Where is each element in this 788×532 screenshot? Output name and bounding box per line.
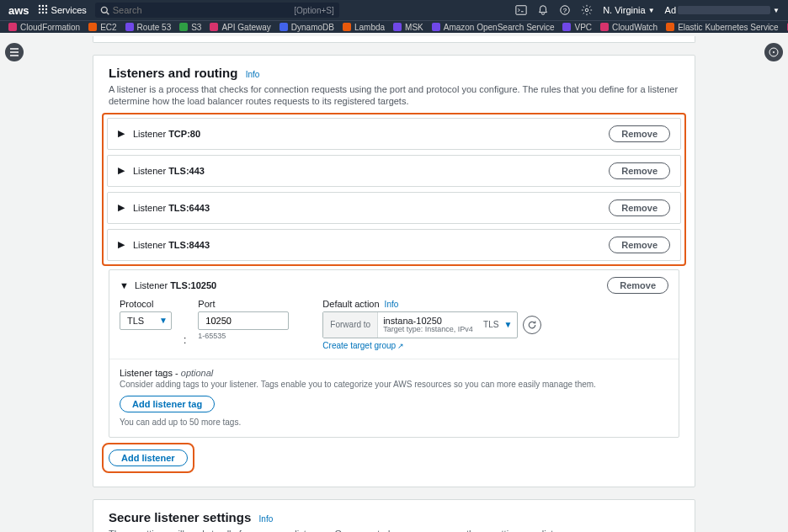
secure-desc: These settings will apply to all of your…: [109, 528, 679, 532]
top-nav: aws Services [Option+S] ? N. Virginia ▼ …: [0, 0, 788, 20]
notifications-icon[interactable]: [537, 4, 549, 16]
svg-point-1: [41, 5, 43, 7]
remove-button[interactable]: Remove: [607, 277, 668, 294]
chevron-down-icon: ▼: [159, 316, 168, 325]
listeners-desc: A listener is a process that checks for …: [109, 83, 679, 108]
caret-down-icon[interactable]: ▼: [120, 280, 130, 290]
default-action-info[interactable]: Info: [385, 300, 399, 309]
listener-expanded: ▼ ListenerTLS:10250 Remove Protocol TLS▼…: [109, 269, 679, 438]
bookmark-item[interactable]: API Gateway: [210, 23, 270, 32]
search-icon: [100, 6, 109, 15]
search-input[interactable]: [113, 5, 294, 15]
remove-button[interactable]: Remove: [609, 237, 670, 253]
listener-label: ListenerTLS:10250: [135, 280, 216, 290]
bookmarks-bar: CloudFormation EC2 Route 53 S3 API Gatew…: [0, 20, 788, 33]
user-menu[interactable]: Ad ▼: [665, 5, 780, 15]
listeners-info-link[interactable]: Info: [246, 70, 260, 79]
listener-row: ▶ ListenerTLS:443 Remove: [107, 155, 681, 187]
bookmark-item[interactable]: EC2: [88, 23, 116, 32]
caret-icon[interactable]: ▶: [118, 128, 128, 139]
help-icon[interactable]: ?: [559, 4, 571, 16]
svg-point-2: [45, 5, 46, 7]
bookmark-item[interactable]: VPC: [562, 23, 592, 32]
listener-row: ▶ ListenerTCP:80 Remove: [107, 118, 681, 150]
tags-note: You can add up to 50 more tags.: [120, 418, 668, 427]
region-selector[interactable]: N. Virginia ▼: [603, 5, 654, 15]
svg-point-0: [38, 5, 40, 7]
bookmark-item[interactable]: Route 53: [125, 23, 172, 32]
listeners-title: Listeners and routing: [109, 66, 237, 80]
bookmark-item[interactable]: DynamoDB: [280, 23, 334, 32]
svg-point-6: [38, 12, 40, 13]
tags-desc: Consider adding tags to your listener. T…: [120, 380, 668, 389]
protocol-select[interactable]: TLS▼: [120, 311, 172, 330]
svg-point-8: [45, 12, 46, 13]
svg-point-14: [585, 8, 588, 12]
forward-to-label: Forward to: [323, 312, 378, 338]
port-input[interactable]: [198, 311, 289, 330]
bookmark-item[interactable]: Lambda: [343, 23, 385, 32]
listener-label: ListenerTLS:443: [133, 166, 205, 176]
bookmark-item[interactable]: MSK: [393, 23, 423, 32]
services-link[interactable]: Services: [51, 5, 87, 15]
forward-target-select[interactable]: Forward to instana-10250 Target type: In…: [322, 311, 518, 338]
svg-point-3: [38, 8, 40, 10]
secure-title: Secure listener settings: [109, 510, 251, 524]
port-hint: 1-65535: [198, 332, 289, 340]
chevron-down-icon: ▼: [502, 320, 517, 329]
listener-row: ▶ ListenerTLS:8443 Remove: [107, 229, 681, 261]
refresh-button[interactable]: [523, 316, 541, 334]
bookmark-item[interactable]: Elastic Kubernetes Service: [666, 23, 779, 32]
services-grid-icon[interactable]: [38, 3, 48, 17]
svg-point-5: [45, 8, 46, 10]
listeners-highlight-box: ▶ ListenerTCP:80 Remove ▶ ListenerTLS:44…: [102, 113, 686, 266]
sidebar-toggle[interactable]: [5, 43, 24, 61]
remove-button[interactable]: Remove: [609, 162, 670, 179]
bookmark-item[interactable]: S3: [179, 23, 201, 32]
previous-card-stub: [93, 36, 695, 43]
bookmark-item[interactable]: CloudFormation: [8, 23, 80, 32]
default-action-label: Default actionInfo: [322, 299, 541, 309]
bookmark-item[interactable]: CloudWatch: [600, 23, 658, 32]
caret-icon[interactable]: ▶: [118, 202, 128, 213]
add-listener-tag-button[interactable]: Add listener tag: [120, 396, 215, 412]
svg-point-4: [41, 8, 43, 10]
caret-icon[interactable]: ▶: [118, 239, 128, 250]
aws-logo[interactable]: aws: [8, 4, 29, 17]
listener-label: ListenerTLS:8443: [133, 240, 210, 250]
svg-line-10: [106, 12, 109, 14]
search-bar[interactable]: [Option+S]: [95, 3, 339, 18]
listener-tags-section: Listener tags - optional Consider adding…: [120, 368, 668, 427]
add-listener-button[interactable]: Add listener: [109, 450, 188, 466]
listener-row: ▶ ListenerTLS:6443 Remove: [107, 192, 681, 224]
svg-point-7: [41, 12, 43, 13]
svg-point-9: [101, 7, 107, 13]
help-panel-toggle[interactable]: [764, 43, 783, 61]
remove-button[interactable]: Remove: [609, 200, 670, 216]
cloudshell-icon[interactable]: [515, 4, 527, 16]
listeners-card: Listeners and routing Info A listener is…: [93, 55, 695, 487]
listener-label: ListenerTLS:6443: [133, 203, 210, 213]
svg-text:?: ?: [563, 7, 567, 14]
remove-button[interactable]: Remove: [609, 125, 670, 142]
bookmark-item[interactable]: Amazon OpenSearch Service: [432, 23, 555, 32]
create-target-group-link[interactable]: Create target group: [322, 341, 541, 350]
listener-label: ListenerTCP:80: [133, 129, 200, 139]
svg-rect-11: [516, 6, 526, 15]
secure-listener-card: Secure listener settings Info These sett…: [93, 499, 695, 532]
caret-icon[interactable]: ▶: [118, 165, 128, 176]
tags-title: Listener tags - optional: [120, 368, 668, 378]
secure-info-link[interactable]: Info: [259, 514, 274, 524]
colon: :: [184, 334, 186, 350]
svg-point-16: [773, 51, 775, 53]
protocol-label: Protocol: [120, 299, 172, 309]
search-shortcut: [Option+S]: [294, 6, 334, 15]
port-label: Port: [198, 299, 289, 309]
settings-icon[interactable]: [581, 4, 593, 16]
